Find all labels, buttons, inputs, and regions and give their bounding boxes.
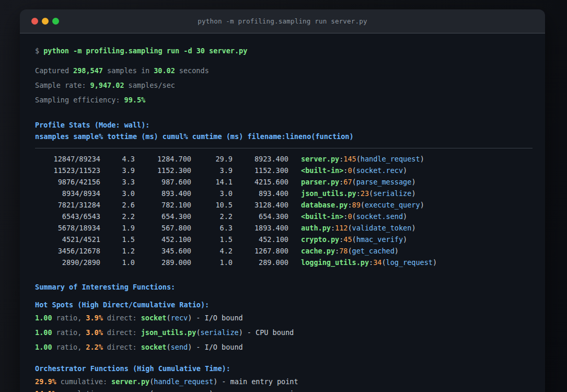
- function-name: execute_query: [361, 201, 424, 209]
- cell-location: crypto.py45hmac_verify: [301, 234, 407, 245]
- direct-label: direct:: [107, 312, 137, 324]
- cell-nsamples: 3456/12678: [35, 245, 100, 257]
- function-name: socket.recv: [352, 166, 408, 175]
- module-function: socketsend: [141, 341, 192, 353]
- module-name: socket: [141, 314, 167, 322]
- cell-cumul-pct: 1.0: [191, 257, 233, 268]
- efficiency-label: Sampling efficiency:: [35, 94, 120, 106]
- module-function: server.pyhandle_request: [111, 376, 217, 387]
- function-name: serialize: [196, 328, 242, 337]
- module-name: socket: [141, 343, 167, 351]
- function-name: recv: [167, 314, 192, 322]
- hot-spots-heading: Hot Spots (High Direct/Cumulative Ratio)…: [35, 299, 533, 310]
- filename: auth.py: [301, 224, 331, 232]
- function-name: parse_message: [352, 178, 416, 186]
- efficiency-value: 99.5%: [124, 94, 146, 106]
- samples-in-label: samples in: [107, 65, 149, 76]
- cell-cumul-pct: 2.2: [191, 211, 233, 222]
- cell-tottime: 987.600: [135, 176, 191, 188]
- cumulative-label: cumulative:: [61, 388, 107, 392]
- line-number: 0: [343, 212, 352, 221]
- cell-nsamples: 7821/31284: [35, 199, 100, 211]
- line-number: 145: [339, 155, 356, 163]
- bound-note: - CPU bound: [247, 327, 294, 338]
- duration-value: 30.02: [154, 65, 175, 76]
- sample-rate-value: 9,947.02: [90, 79, 124, 91]
- module-name: server.py: [111, 377, 149, 386]
- command-line: $ python -m profiling.sampling run -d 30…: [35, 45, 533, 56]
- cell-cumtime: 1152.300: [233, 165, 288, 176]
- cell-cumtime: 4215.600: [233, 176, 288, 188]
- line-number: 78: [335, 247, 348, 255]
- line-number: 45: [339, 235, 352, 244]
- table-row: 6543/6543 2.2 654.300 2.2 654.300 <built…: [35, 211, 533, 222]
- direct-pct: 2.2%: [86, 341, 103, 353]
- filename: parser.py: [301, 178, 339, 186]
- cell-cumul-pct: 4.2: [191, 245, 233, 257]
- cell-cumul-pct: 10.5: [191, 199, 233, 211]
- terminal-output[interactable]: $ python -m profiling.sampling run -d 30…: [20, 33, 545, 392]
- cell-nsamples: 11523/11523: [35, 165, 100, 176]
- zoom-button-icon[interactable]: [52, 18, 59, 25]
- filename: cache.py: [301, 247, 335, 255]
- cell-sample-pct: 3.0: [100, 188, 135, 199]
- cell-tottime: 345.600: [135, 245, 191, 257]
- sample-rate-label: Sample rate:: [35, 79, 86, 91]
- titlebar[interactable]: python -m profiling.sampling run server.…: [20, 9, 545, 33]
- cell-cumul-pct: 3.9: [191, 165, 233, 176]
- ratio-value: 1.00: [35, 341, 52, 353]
- cell-nsamples: 12847/89234: [35, 153, 100, 165]
- filename: database.py: [301, 201, 348, 209]
- captured-label: Captured: [35, 65, 69, 76]
- table-columns-header: nsamples sample% tottime (ms) cumul% cum…: [35, 131, 533, 142]
- cell-nsamples: 5678/18934: [35, 222, 100, 234]
- hot-spots-list: 1.00 ratio, 3.9% direct: socketrecv - I/…: [35, 312, 533, 353]
- module-function: socketrecv: [141, 312, 192, 324]
- cell-sample-pct: 1.2: [100, 245, 135, 257]
- cell-location: logging_utils.py34log_request: [301, 257, 437, 268]
- filename: json_utils.py: [301, 189, 356, 198]
- filename: server.py: [301, 155, 339, 163]
- cell-tottime: 289.000: [135, 257, 191, 268]
- module-name: json_utils.py: [141, 328, 196, 337]
- ratio-label: ratio,: [56, 327, 82, 338]
- table-row: 9876/42156 3.3 987.600 14.1 4215.600 par…: [35, 176, 533, 188]
- cumulative-pct: 29.9%: [35, 376, 56, 387]
- profile-table: 12847/89234 4.3 1284.700 29.9 8923.400 s…: [35, 153, 533, 268]
- cell-location: json_utils.py23serialize: [301, 188, 416, 199]
- table-row: 3456/12678 1.2 345.600 4.2 1267.800 cach…: [35, 245, 533, 257]
- cell-cumul-pct: 29.9: [191, 153, 233, 165]
- cell-cumtime: 8923.400: [233, 153, 288, 165]
- ratio-value: 1.00: [35, 312, 52, 324]
- command-text: python -m profiling.sampling run -d 30 s…: [43, 45, 247, 56]
- cell-sample-pct: 3.9: [100, 165, 135, 176]
- cell-tottime: 1152.300: [135, 165, 191, 176]
- terminal-window: python -m profiling.sampling run server.…: [20, 9, 545, 392]
- cell-nsamples: 6543/6543: [35, 211, 100, 222]
- cell-cumtime: 1267.800: [233, 245, 288, 257]
- sample-rate-unit: samples/sec: [129, 79, 175, 91]
- cell-nsamples: 8934/8934: [35, 188, 100, 199]
- cumulative-label: cumulative:: [61, 376, 107, 387]
- cell-cumtime: 654.300: [233, 211, 288, 222]
- function-name: handle_request: [356, 155, 424, 163]
- line-number: 112: [331, 224, 348, 232]
- samples-count: 298,547: [73, 65, 103, 76]
- cell-nsamples: 9876/42156: [35, 176, 100, 188]
- close-button-icon[interactable]: [31, 18, 38, 25]
- cell-location: cache.py78get_cached: [301, 245, 399, 257]
- direct-label: direct:: [107, 327, 137, 338]
- ratio-label: ratio,: [56, 312, 82, 324]
- table-row: 11523/11523 3.9 1152.300 3.9 1152.300 <b…: [35, 165, 533, 176]
- cell-nsamples: 4521/4521: [35, 234, 100, 245]
- table-row: 4521/4521 1.5 452.100 1.5 452.100 crypto…: [35, 234, 533, 245]
- cell-location: <built-in>0socket.recv: [301, 165, 407, 176]
- cell-sample-pct: 2.2: [100, 211, 135, 222]
- seconds-label: seconds: [179, 65, 209, 76]
- cell-tottime: 782.100: [135, 199, 191, 211]
- line-number: 0: [343, 166, 352, 175]
- filename: <built-in>: [301, 212, 343, 221]
- minimize-button-icon[interactable]: [42, 18, 49, 25]
- direct-pct: 3.9%: [86, 312, 103, 324]
- cell-cumul-pct: 14.1: [191, 176, 233, 188]
